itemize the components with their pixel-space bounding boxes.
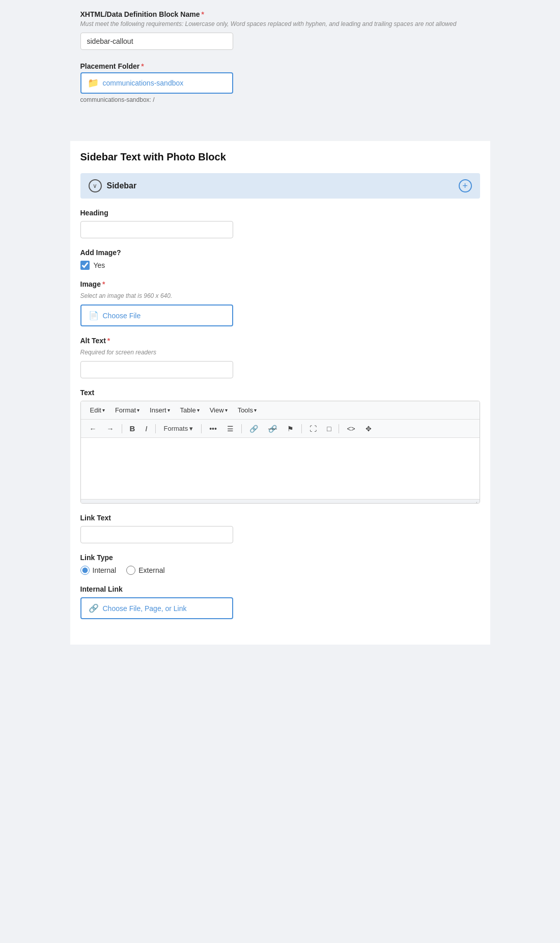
add-image-checkbox-label: Yes xyxy=(94,261,105,269)
alt-text-input[interactable] xyxy=(80,361,233,378)
media-button[interactable]: □ xyxy=(323,423,334,434)
choose-link-button[interactable]: 🔗 Choose File, Page, or Link xyxy=(80,597,233,619)
link-text-label: Link Text xyxy=(80,514,480,522)
formats-arrow-icon: ▾ xyxy=(189,425,193,432)
placement-folder-required: * xyxy=(141,62,144,70)
source-code-button[interactable]: <> xyxy=(343,423,358,434)
placement-folder-button[interactable]: 📁 communications-sandbox xyxy=(80,72,233,94)
alt-text-hint: Required for screen readers xyxy=(80,349,480,356)
editor-content-area[interactable] xyxy=(81,438,480,499)
menu-tools-arrow: ▾ xyxy=(254,407,257,413)
add-image-label: Add Image? xyxy=(80,248,480,257)
add-image-checkbox[interactable] xyxy=(80,261,90,270)
folder-icon: 📁 xyxy=(88,77,99,89)
chevron-down-icon: ∨ xyxy=(93,182,97,189)
text-editor: Edit ▾ Format ▾ Insert ▾ Table ▾ View xyxy=(80,401,480,504)
menu-table-arrow: ▾ xyxy=(197,407,200,413)
link-button[interactable]: 🔗 xyxy=(246,423,262,434)
editor-resize-handle[interactable]: ⌟ xyxy=(81,499,480,503)
link-type-label: Link Type xyxy=(80,553,480,562)
choose-file-button[interactable]: 📄 Choose File xyxy=(80,304,233,326)
editor-toolbar: ← → B I Formats ▾ ••• ☰ 🔗 🔗 ⚑ ⛶ □ xyxy=(81,420,480,438)
internal-link-label: Internal Link xyxy=(80,585,480,593)
block-name-required: * xyxy=(201,10,204,18)
placement-folder-label: Placement Folder* xyxy=(80,62,480,70)
alt-text-label: Alt Text* xyxy=(80,337,480,345)
link-text-input[interactable] xyxy=(80,526,233,543)
block-name-hint: Must meet the following requirements: Lo… xyxy=(80,20,480,27)
redo-button[interactable]: → xyxy=(103,423,118,434)
fullscreen-button[interactable]: ✥ xyxy=(362,423,375,434)
undo-button[interactable]: ← xyxy=(86,423,100,434)
menu-edit-arrow: ▾ xyxy=(102,407,105,413)
external-radio[interactable] xyxy=(126,566,135,575)
add-section-button[interactable]: + xyxy=(459,179,472,192)
placement-folder-value: communications-sandbox xyxy=(103,79,184,87)
block-name-label: XHTML/Data Definition Block Name* xyxy=(80,10,480,18)
menu-insert[interactable]: Insert ▾ xyxy=(146,404,174,416)
formats-dropdown[interactable]: Formats ▾ xyxy=(160,423,198,434)
resize-icon: ⌟ xyxy=(474,498,478,504)
numbered-list-button[interactable]: ☰ xyxy=(223,423,237,434)
block-name-input[interactable] xyxy=(80,33,233,50)
image-hint: Select an image that is 960 x 640. xyxy=(80,292,480,299)
menu-edit[interactable]: Edit ▾ xyxy=(86,404,109,416)
link-icon: 🔗 xyxy=(89,603,99,613)
choose-link-label: Choose File, Page, or Link xyxy=(103,604,187,613)
formats-label: Formats xyxy=(164,425,188,432)
placement-folder-path: communications-sandbox: / xyxy=(80,96,480,103)
italic-button[interactable]: I xyxy=(142,423,151,434)
choose-file-label: Choose File xyxy=(103,312,141,320)
internal-radio[interactable] xyxy=(80,566,90,575)
image-label: Image* xyxy=(80,280,480,288)
heading-input[interactable] xyxy=(80,221,233,238)
editor-menubar: Edit ▾ Format ▾ Insert ▾ Table ▾ View xyxy=(81,401,480,420)
menu-tools[interactable]: Tools ▾ xyxy=(234,404,261,416)
menu-format-arrow: ▾ xyxy=(137,407,139,413)
bold-button[interactable]: B xyxy=(126,423,139,434)
external-radio-label: External xyxy=(138,566,164,574)
menu-format[interactable]: Format ▾ xyxy=(111,404,144,416)
sidebar-section-label: Sidebar xyxy=(107,181,137,190)
bookmark-button[interactable]: ⚑ xyxy=(284,423,297,434)
unlink-button[interactable]: 🔗 xyxy=(265,423,281,434)
heading-label: Heading xyxy=(80,209,480,217)
collapse-button[interactable]: ∨ xyxy=(89,179,102,192)
menu-table[interactable]: Table ▾ xyxy=(176,404,204,416)
menu-view-arrow: ▾ xyxy=(225,407,228,413)
sidebar-header: ∨ Sidebar + xyxy=(80,173,480,199)
insert-image-button[interactable]: ⛶ xyxy=(306,423,320,434)
menu-insert-arrow: ▾ xyxy=(167,407,170,413)
file-icon: 📄 xyxy=(89,311,99,320)
text-label: Text xyxy=(80,389,480,397)
internal-radio-item[interactable]: Internal xyxy=(80,566,117,575)
external-radio-item[interactable]: External xyxy=(126,566,164,575)
bullet-list-button[interactable]: ••• xyxy=(206,423,220,434)
section-title: Sidebar Text with Photo Block xyxy=(80,151,480,163)
menu-view[interactable]: View ▾ xyxy=(206,404,232,416)
internal-radio-label: Internal xyxy=(93,566,117,574)
plus-icon: + xyxy=(462,181,468,191)
